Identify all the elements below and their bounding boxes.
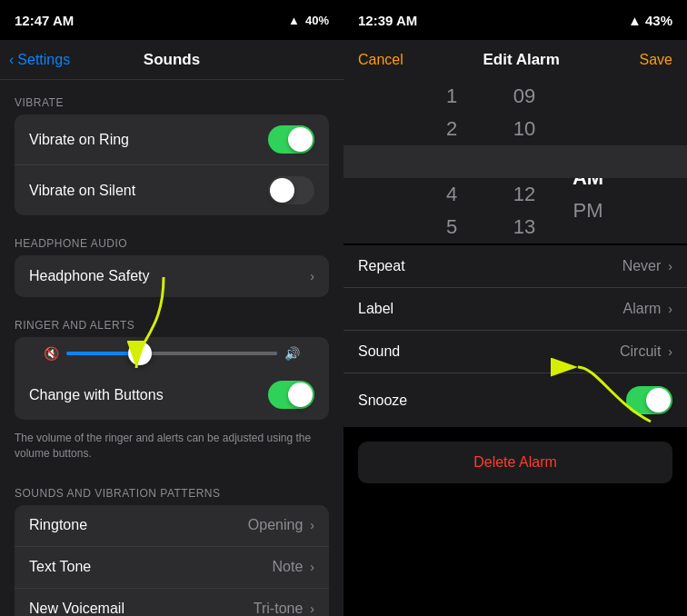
toggle-knob-3	[288, 383, 313, 407]
min-11-selected: 11	[488, 145, 561, 178]
right-wifi-icon: ▲	[628, 13, 642, 28]
ringtone-value-row: Opening ›	[248, 517, 314, 533]
save-button[interactable]: Save	[640, 52, 672, 68]
volume-high-icon: 🔊	[284, 346, 300, 361]
left-nav-bar: ‹ Settings Sounds	[0, 40, 344, 80]
left-time: 12:47 AM	[15, 13, 74, 28]
label-row[interactable]: Label Alarm ›	[344, 288, 687, 331]
sound-value-row: Circuit ›	[620, 343, 672, 360]
right-battery-icon: 43%	[645, 13, 672, 28]
sounds-section-header: SOUNDS AND VIBRATION PATTERNS	[0, 471, 344, 505]
sound-value: Circuit	[620, 343, 661, 360]
repeat-row[interactable]: Repeat Never ›	[344, 245, 687, 288]
sound-chevron-icon: ›	[668, 344, 672, 359]
toggle-knob	[288, 127, 313, 152]
right-status-bar: 12:39 AM ▲ 43%	[344, 0, 687, 40]
change-with-buttons-toggle[interactable]	[268, 381, 314, 409]
back-button[interactable]: ‹ Settings	[9, 52, 70, 68]
vibrate-group: Vibrate on Ring Vibrate on Silent	[15, 114, 329, 215]
ringer-group: 🔇 🔊 Change with Buttons	[15, 337, 329, 420]
right-status-icons: ▲ 43%	[628, 13, 672, 28]
chevron-icon: ›	[310, 269, 314, 283]
slider-thumb	[128, 342, 152, 365]
delete-alarm-area[interactable]: Delete Alarm	[358, 442, 672, 483]
minute-column[interactable]: 08 09 10 11 12 13 14	[488, 80, 561, 243]
back-chevron-icon: ‹	[9, 52, 14, 68]
left-panel: 12:47 AM ▲ 40% ‹ Settings Sounds VIBRATE…	[0, 0, 344, 616]
volume-slider-row: 🔇 🔊	[29, 337, 314, 370]
headphone-chevron: ›	[306, 269, 314, 283]
volume-low-icon: 🔇	[44, 346, 59, 361]
repeat-chevron-icon: ›	[668, 259, 672, 273]
headphone-section-header: HEADPHONE AUDIO	[0, 221, 344, 255]
hour-2: 2	[415, 113, 488, 145]
sound-row[interactable]: Sound Circuit ›	[344, 331, 687, 373]
text-tone-row[interactable]: Text Tone Note ›	[15, 547, 329, 589]
min-12: 12	[488, 178, 561, 211]
edit-alarm-title: Edit Alarm	[483, 51, 559, 69]
am-selected: AM	[572, 162, 603, 194]
vibrate-on-silent-label: Vibrate on Silent	[29, 183, 135, 199]
min-13: 13	[488, 211, 561, 243]
text-tone-label: Text Tone	[29, 559, 91, 575]
min-09: 09	[488, 80, 561, 113]
repeat-value: Never	[622, 258, 662, 274]
change-with-buttons-label: Change with Buttons	[29, 387, 164, 403]
vibrate-on-ring-label: Vibrate on Ring	[29, 132, 129, 148]
right-time: 12:39 AM	[358, 13, 417, 28]
delete-alarm-button[interactable]: Delete Alarm	[473, 454, 557, 471]
alarm-label-value-row: Alarm ›	[623, 301, 672, 317]
snooze-toggle[interactable]	[626, 386, 672, 414]
vibrate-on-silent-toggle[interactable]	[268, 176, 314, 204]
voicemail-chevron-icon: ›	[310, 601, 314, 616]
ringer-section-header: RINGER AND ALERTS	[0, 303, 344, 337]
vibrate-on-silent-row: Vibrate on Silent	[15, 165, 329, 215]
slider-track-bg	[140, 352, 277, 355]
back-label: Settings	[17, 52, 70, 68]
ringtone-value: Opening	[248, 517, 304, 533]
wifi-icon: ▲	[288, 14, 300, 27]
hour-3-selected: 3	[415, 145, 488, 178]
page-title: Sounds	[144, 51, 200, 69]
vibrate-section-header: VIBRATE	[0, 80, 344, 114]
new-voicemail-label: New Voicemail	[29, 601, 124, 616]
snooze-row: Snooze	[344, 373, 687, 427]
text-tone-chevron-icon: ›	[310, 560, 314, 574]
alarm-settings: Repeat Never › Label Alarm › Sound Circu…	[344, 245, 687, 427]
hour-5: 5	[415, 211, 488, 243]
toggle-knob-2	[270, 178, 294, 203]
volume-slider[interactable]	[66, 352, 277, 355]
new-voicemail-row[interactable]: New Voicemail Tri-tone ›	[15, 589, 329, 616]
min-10: 10	[488, 113, 561, 145]
left-status-icons: ▲ 40%	[288, 14, 329, 27]
alarm-label-label: Label	[358, 301, 393, 317]
right-panel: 12:39 AM ▲ 43% Cancel Edit Alarm Save 12…	[344, 0, 687, 616]
time-picker[interactable]: 12 1 2 3 4 5 6 08 09 10 11 12 13 14 A	[344, 80, 687, 243]
ringtone-label: Ringtone	[29, 517, 87, 533]
snooze-toggle-knob	[646, 388, 671, 412]
new-voicemail-value: Tri-tone	[254, 601, 304, 616]
vibrate-on-ring-toggle[interactable]	[268, 125, 314, 154]
change-with-buttons-row: Change with Buttons	[15, 370, 329, 420]
repeat-label: Repeat	[358, 258, 405, 274]
headphone-safety-label: Headphone Safety	[29, 268, 150, 284]
hour-column[interactable]: 12 1 2 3 4 5 6	[415, 80, 488, 243]
cancel-button[interactable]: Cancel	[358, 52, 403, 68]
left-status-bar: 12:47 AM ▲ 40%	[0, 0, 344, 40]
picker-columns: 12 1 2 3 4 5 6 08 09 10 11 12 13 14 A	[415, 80, 615, 243]
sound-label: Sound	[358, 343, 400, 360]
text-tone-value: Note	[273, 559, 304, 575]
ringtone-row[interactable]: Ringtone Opening ›	[15, 505, 329, 547]
snooze-label: Snooze	[358, 392, 407, 409]
right-nav-bar: Cancel Edit Alarm Save	[344, 40, 687, 80]
headphone-safety-row[interactable]: Headphone Safety ›	[15, 255, 329, 297]
new-voicemail-value-row: Tri-tone ›	[254, 601, 314, 616]
repeat-value-row: Never ›	[622, 258, 672, 274]
hour-4: 4	[415, 178, 488, 211]
text-tone-value-row: Note ›	[273, 559, 314, 575]
label-chevron-icon: ›	[668, 302, 672, 316]
helper-text: The volume of the ringer and alerts can …	[0, 425, 344, 471]
pm-item: PM	[573, 194, 603, 227]
battery-icon: 40%	[305, 14, 329, 27]
ampm-column[interactable]: AM PM	[561, 80, 615, 243]
